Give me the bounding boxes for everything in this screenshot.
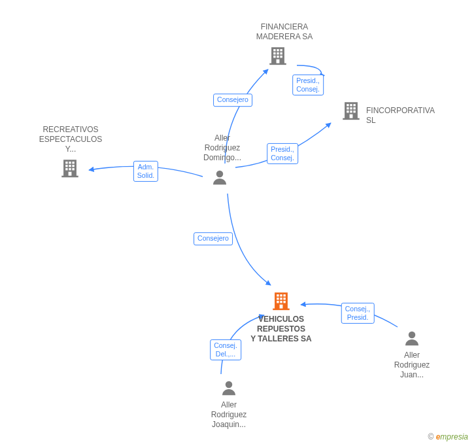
svg-rect-19 [347, 111, 348, 112]
company-node-financiera[interactable]: FINANCIERA MADERERA SA [245, 20, 324, 42]
svg-rect-17 [350, 107, 352, 109]
building-icon [229, 290, 333, 312]
svg-rect-21 [353, 111, 355, 112]
svg-rect-26 [69, 162, 71, 164]
copyright-symbol: © [428, 432, 434, 441]
building-icon [267, 44, 289, 67]
company-node-recreativos[interactable]: RECREATIVOS ESPECTACULOS Y... [31, 122, 110, 154]
svg-rect-7 [273, 56, 275, 58]
svg-rect-31 [65, 168, 67, 170]
svg-rect-11 [269, 63, 286, 65]
node-label: Aller Rodriguez Domingo... [190, 133, 255, 163]
svg-rect-20 [350, 111, 352, 112]
svg-point-50 [226, 381, 233, 388]
svg-rect-39 [283, 294, 285, 296]
svg-rect-2 [277, 49, 279, 51]
copyright: © empresia [428, 432, 468, 441]
svg-point-49 [409, 332, 416, 339]
svg-point-48 [216, 171, 224, 178]
svg-rect-33 [72, 168, 74, 170]
svg-rect-32 [69, 168, 71, 170]
person-node-juan[interactable]: Aller Rodriguez Juan... [379, 328, 445, 380]
relation-label[interactable]: Consejero [194, 232, 233, 245]
svg-rect-14 [350, 104, 352, 106]
svg-rect-28 [65, 165, 67, 167]
svg-rect-3 [280, 49, 282, 51]
svg-rect-29 [69, 165, 71, 167]
svg-rect-43 [277, 301, 279, 303]
relation-label[interactable]: Presid.,Consej. [292, 75, 324, 95]
relation-label[interactable]: Consejero [213, 94, 252, 107]
relation-label[interactable]: Presid.,Consej. [267, 143, 298, 164]
svg-rect-8 [277, 56, 279, 58]
node-label: FINCORPORATIVA SL [366, 106, 434, 126]
svg-rect-6 [280, 52, 282, 54]
relation-edge [228, 194, 271, 285]
svg-rect-38 [280, 294, 282, 296]
svg-rect-37 [277, 294, 279, 296]
svg-rect-13 [347, 104, 348, 106]
svg-rect-23 [343, 118, 360, 120]
svg-rect-44 [280, 301, 282, 303]
person-node-domingo[interactable]: Aller Rodriguez Domingo... [190, 131, 255, 163]
svg-rect-35 [61, 176, 78, 178]
svg-rect-5 [277, 52, 279, 54]
building-icon [59, 157, 81, 179]
node-label: Aller Rodriguez Juan... [379, 351, 445, 380]
svg-rect-4 [273, 52, 275, 54]
person-icon [210, 167, 230, 187]
node-label: RECREATIVOS ESPECTACULOS Y... [31, 125, 110, 154]
svg-rect-47 [273, 309, 290, 311]
relation-label[interactable]: Consej.Del.,... [210, 339, 241, 360]
svg-rect-40 [277, 298, 279, 300]
svg-rect-18 [353, 107, 355, 109]
relation-label[interactable]: Adm.Solid. [133, 161, 158, 182]
svg-rect-1 [273, 49, 275, 51]
svg-rect-15 [353, 104, 355, 106]
person-node-joaquin[interactable]: Aller Rodriguez Joaquin... [196, 378, 262, 430]
company-node-fincorporativa[interactable]: FINCORPORATIVA SL [314, 87, 412, 126]
svg-rect-30 [72, 165, 74, 167]
relation-label[interactable]: Consej.,Presid. [341, 303, 375, 324]
svg-rect-16 [347, 107, 348, 109]
person-icon [379, 328, 445, 348]
building-icon [340, 99, 362, 122]
node-label: VEHICULOS REPUESTOS Y TALLERES SA [229, 315, 333, 344]
brand: empresia [436, 432, 468, 441]
svg-rect-9 [280, 56, 282, 58]
person-icon [196, 378, 262, 398]
node-label: FINANCIERA MADERERA SA [245, 22, 324, 42]
svg-rect-25 [65, 162, 67, 164]
node-label: Aller Rodriguez Joaquin... [196, 400, 262, 430]
svg-rect-42 [283, 298, 285, 300]
svg-rect-45 [283, 301, 285, 303]
svg-rect-41 [280, 298, 282, 300]
company-node-vehiculos[interactable]: VEHICULOS REPUESTOS Y TALLERES SA [229, 290, 333, 344]
svg-rect-27 [72, 162, 74, 164]
